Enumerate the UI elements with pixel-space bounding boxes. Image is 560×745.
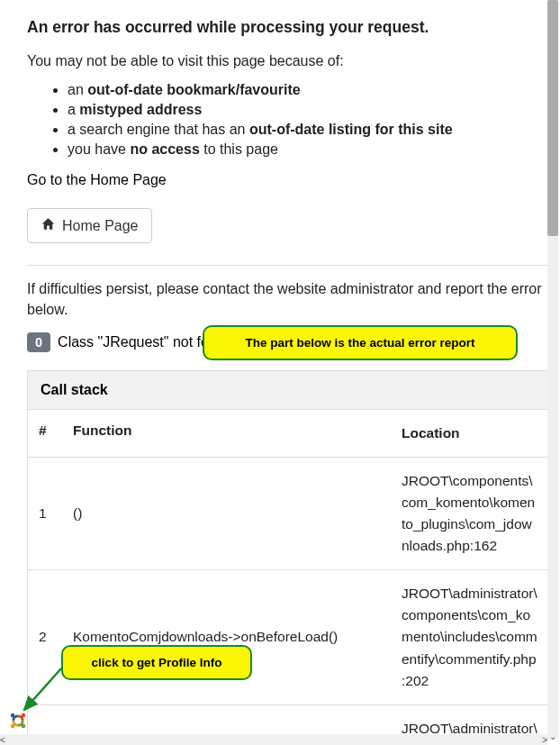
content-scroll[interactable]: An error has occurred while processing y… bbox=[0, 0, 547, 734]
row-num: 3 bbox=[28, 705, 62, 734]
row-loc: JROOT\components\com_komento\komento_plu… bbox=[391, 458, 547, 569]
reason-item: a mistyped address bbox=[68, 102, 547, 118]
error-code-badge: 0 bbox=[27, 332, 50, 352]
svg-point-2 bbox=[22, 713, 26, 718]
row-loc: JROOT\administrator\components\com_komen… bbox=[391, 705, 547, 734]
annotation-profile-info: click to get Profile Info bbox=[61, 645, 252, 680]
scrollbar-down-arrow[interactable]: ⌄ bbox=[547, 731, 558, 742]
row-num: 1 bbox=[28, 458, 62, 569]
scrollbar-vertical-track[interactable] bbox=[547, 0, 558, 739]
svg-point-3 bbox=[22, 724, 26, 729]
callstack-title: Call stack bbox=[28, 371, 547, 410]
row-func: KomentoComjdownloads->onBeforeLoad() bbox=[62, 570, 391, 704]
scrollbar-horizontal[interactable]: <> bbox=[0, 734, 547, 745]
svg-point-4 bbox=[11, 724, 15, 729]
separator bbox=[27, 265, 547, 266]
persist-text: If difficulties persist, please contact … bbox=[27, 278, 547, 320]
annotation-error-report: The part below is the actual error repor… bbox=[203, 325, 518, 360]
col-num: # bbox=[28, 410, 62, 457]
table-row: 2KomentoComjdownloads->onBeforeLoad()JRO… bbox=[28, 570, 547, 704]
row-func: () bbox=[62, 458, 391, 569]
col-func: Function bbox=[62, 410, 391, 457]
error-title: An error has occurred while processing y… bbox=[27, 18, 547, 37]
col-loc: Location bbox=[391, 410, 547, 457]
callstack-body: 1()JROOT\components\com_komento\komento_… bbox=[28, 458, 547, 734]
reason-item: an out-of-date bookmark/favourite bbox=[68, 82, 547, 98]
error-subtext: You may not be able to visit this page b… bbox=[27, 53, 547, 69]
row-loc: JROOT\administrator\components\com_komen… bbox=[391, 570, 547, 704]
reason-item: a search engine that has an out-of-date … bbox=[68, 122, 547, 138]
home-page-button[interactable]: Home Page bbox=[27, 208, 152, 243]
home-button-label: Home Page bbox=[62, 218, 139, 234]
reason-item: you have no access to this page bbox=[68, 141, 547, 158]
table-row: 3KomentoCommentify->render()JROOT\admini… bbox=[28, 705, 547, 734]
row-num: 2 bbox=[28, 570, 62, 704]
error-reasons-list: an out-of-date bookmark/favouritea misty… bbox=[27, 82, 547, 158]
row-func: KomentoCommentify->render() bbox=[62, 705, 391, 734]
house-icon bbox=[41, 217, 56, 234]
home-instruction: Go to the Home Page bbox=[27, 172, 547, 188]
scrollbar-vertical-thumb[interactable] bbox=[547, 0, 558, 236]
svg-point-1 bbox=[11, 713, 15, 718]
joomla-icon[interactable] bbox=[7, 710, 29, 731]
callstack-header-row: # Function Location bbox=[28, 410, 547, 458]
table-row: 1()JROOT\components\com_komento\komento_… bbox=[28, 458, 547, 570]
